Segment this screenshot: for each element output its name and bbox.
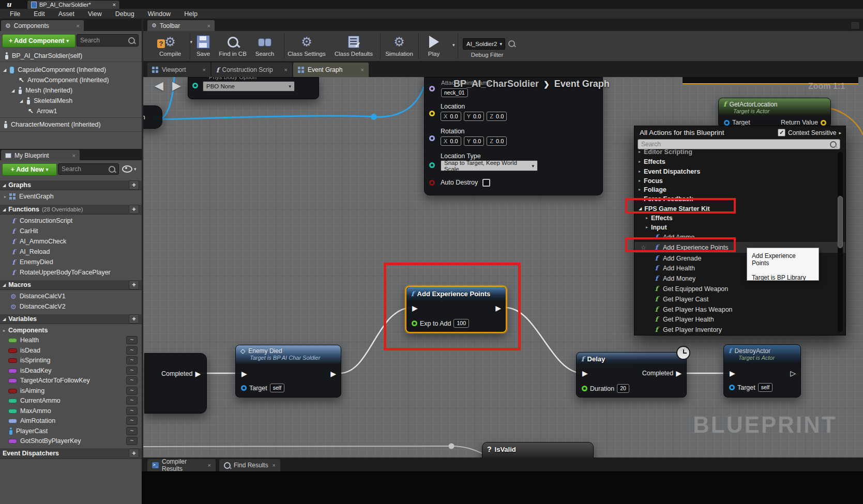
compile-button[interactable]: ⚙ ? ▾ Compile xyxy=(152,33,188,57)
variable-row[interactable]: CurrentAmmo ~ xyxy=(0,396,142,405)
target-pin[interactable]: Target self xyxy=(241,384,284,392)
menu-help[interactable]: Help xyxy=(177,9,204,19)
actions-row-fps-game-starter-kit[interactable]: ◢ FPS Game Starter Kit xyxy=(634,204,845,213)
list-item-function[interactable]: f CarHit xyxy=(0,226,142,236)
menu-view[interactable]: View xyxy=(81,9,109,19)
variable-row[interactable]: isDead ~ xyxy=(0,346,142,355)
menu-window[interactable]: Window xyxy=(141,9,177,19)
close-icon[interactable]: × xyxy=(284,67,287,73)
exec-pin-icon[interactable]: ▶ xyxy=(195,370,201,377)
object-pin-icon[interactable] xyxy=(724,120,730,126)
enum-pin-icon[interactable] xyxy=(429,162,435,168)
variable-toggle[interactable]: ~ xyxy=(126,356,138,364)
exec-out-pin-icon[interactable]: ▷ xyxy=(790,370,796,377)
variable-toggle[interactable]: ~ xyxy=(126,346,138,355)
target-pin[interactable]: Target xyxy=(724,119,750,126)
simulation-button[interactable]: ⚙ Simulation xyxy=(382,33,416,57)
close-icon[interactable]: × xyxy=(113,2,116,8)
tree-row-charactermovement[interactable]: CharacterMovement (Inherited) xyxy=(0,120,142,129)
tab-compiler-results[interactable]: >_ Compiler Results × xyxy=(147,459,216,471)
collapse-icon[interactable]: ▸ xyxy=(3,328,5,333)
node-spawn-attached-partial[interactable]: Attach Point Name neck_01 Location X0.0 … xyxy=(424,77,603,195)
target-value[interactable]: self xyxy=(270,384,284,392)
actions-row-category[interactable]: ▸ Effects xyxy=(634,213,845,223)
breadcrumb-root[interactable]: BP_AI_CharSoldier xyxy=(453,79,539,89)
node-completed-stub[interactable]: Completed ▶ xyxy=(144,353,207,414)
tree-row-mesh[interactable]: ◢ Mesh (Inherited) xyxy=(0,86,142,95)
variable-row[interactable]: GotShotByPlayerKey ~ xyxy=(0,436,142,446)
actions-row-category[interactable]: ▸ Event Dispatchers xyxy=(634,166,845,176)
actions-row-function[interactable]: f Get Player Inventory xyxy=(634,325,845,334)
class-settings-button[interactable]: ⚙ Class Settings xyxy=(286,33,327,57)
expand-icon[interactable]: ◢ xyxy=(20,99,23,103)
add-variable-button[interactable]: + xyxy=(129,314,139,324)
actions-row-category[interactable]: ▸ Input xyxy=(634,222,845,232)
location-type-dropdown[interactable]: Snap to Target, Keep World Scale ▾ xyxy=(441,160,538,171)
exec-out-pin-icon[interactable]: ▶ xyxy=(676,370,682,377)
event-dispatchers-section-header[interactable]: Event Dispatchers + xyxy=(0,448,142,459)
variable-row[interactable]: isSprinting ~ xyxy=(0,356,142,365)
variable-row[interactable]: AimRotation ~ xyxy=(0,416,142,425)
variable-toggle[interactable]: ~ xyxy=(126,427,138,435)
list-item-function[interactable]: f ConstructionScript xyxy=(0,216,142,225)
checkbox-checked-icon[interactable]: ✓ xyxy=(778,129,785,136)
graph-back-button[interactable]: ◀ xyxy=(155,79,163,93)
exec-in-pin-icon[interactable]: ▶ xyxy=(730,370,735,377)
add-component-button[interactable]: + Add Component ▾ xyxy=(2,34,75,48)
return-value-pin[interactable]: Return Value xyxy=(781,119,826,126)
list-item-function[interactable]: f RotateUpperBodyToFacePlayer xyxy=(0,268,142,277)
actions-scrollbar-track[interactable] xyxy=(838,152,843,332)
node-phys-body-option-partial[interactable]: Phys Body Option PBO None ▾ xyxy=(188,77,319,99)
components-search-input[interactable]: Search xyxy=(77,34,139,47)
variable-toggle[interactable]: ~ xyxy=(126,336,138,344)
variable-row[interactable]: Health ~ xyxy=(0,335,142,345)
play-options-caret-icon[interactable]: ▾ xyxy=(452,42,455,48)
tree-row-self[interactable]: BP_AI_CharSoldier(self) xyxy=(0,51,142,60)
variable-row[interactable]: isAiming ~ xyxy=(0,386,142,395)
tree-row-capsule[interactable]: ◢ CapsuleComponent (Inherited) xyxy=(0,65,142,74)
exp-to-add-input[interactable]: 100 xyxy=(453,319,469,328)
tab-find-results[interactable]: Find Results × xyxy=(219,459,280,471)
menu-asset[interactable]: Asset xyxy=(52,9,81,19)
completed-exec-pin[interactable]: Completed ▶ xyxy=(642,370,682,377)
duration-input[interactable]: 20 xyxy=(617,384,629,393)
actions-row-category[interactable]: ▸ Effects xyxy=(634,157,845,166)
int-pin-icon[interactable] xyxy=(412,320,417,326)
list-item-function[interactable]: f AI_AmmoCheck xyxy=(0,237,142,246)
variable-toggle[interactable]: ~ xyxy=(126,407,138,415)
exec-in-pin-icon[interactable]: ▶ xyxy=(412,304,418,312)
close-icon[interactable]: × xyxy=(203,67,206,73)
play-button[interactable]: Play xyxy=(420,33,447,57)
node-mesh-stub[interactable]: sh xyxy=(143,105,162,129)
add-graph-button[interactable]: + xyxy=(129,180,139,190)
actions-row-category[interactable]: ▸ Force Feedback xyxy=(634,194,845,204)
visibility-filter-button[interactable]: ▾ xyxy=(122,165,137,173)
target-value[interactable]: self xyxy=(758,383,773,392)
bool-pin-icon[interactable] xyxy=(429,180,435,186)
target-pin[interactable]: Target self xyxy=(729,383,773,392)
close-icon[interactable]: × xyxy=(361,67,364,73)
menu-file[interactable]: File xyxy=(3,9,27,19)
list-item-macro[interactable]: ⚙ DistanceCalcV1 xyxy=(0,292,142,301)
expand-icon[interactable]: ◢ xyxy=(11,88,14,93)
enum-pin-icon[interactable] xyxy=(192,83,198,88)
node-destroy-actor[interactable]: f DestroyActor Target is Actor ▶ ▷ Targe… xyxy=(723,344,801,398)
close-icon[interactable]: × xyxy=(72,152,75,159)
list-item-function[interactable]: f AI_Reload xyxy=(0,247,142,256)
actions-row-function[interactable]: f Get Player Health xyxy=(634,314,845,324)
menu-debug[interactable]: Debug xyxy=(109,9,141,19)
auto-destroy-checkbox[interactable] xyxy=(482,179,490,187)
node-add-experience-points[interactable]: f Add Experience Points ▶ ▶ Exp to Add 1… xyxy=(405,286,507,333)
exec-in-pin-icon[interactable]: ▶ xyxy=(241,370,247,377)
exec-out-pin-icon[interactable]: ▶ xyxy=(330,370,336,377)
node-delay[interactable]: f Delay ▶ Completed ▶ Duration 20 xyxy=(576,352,687,398)
class-defaults-button[interactable]: Class Defaults xyxy=(331,33,376,57)
tab-construction-script[interactable]: f Construction Scrip × xyxy=(211,63,292,77)
tab-event-graph[interactable]: Event Graph × xyxy=(293,63,369,77)
find-in-cb-button[interactable]: Find in CB xyxy=(217,33,249,57)
actions-row-function[interactable]: f Get Player Has Weapon xyxy=(634,304,845,314)
variable-toggle[interactable]: ~ xyxy=(126,437,138,445)
object-pin-icon[interactable] xyxy=(729,385,735,390)
debug-object-select[interactable]: AI_Soldier2 ▾ xyxy=(463,38,505,50)
macros-section-header[interactable]: ◢ Macros + xyxy=(0,280,142,290)
